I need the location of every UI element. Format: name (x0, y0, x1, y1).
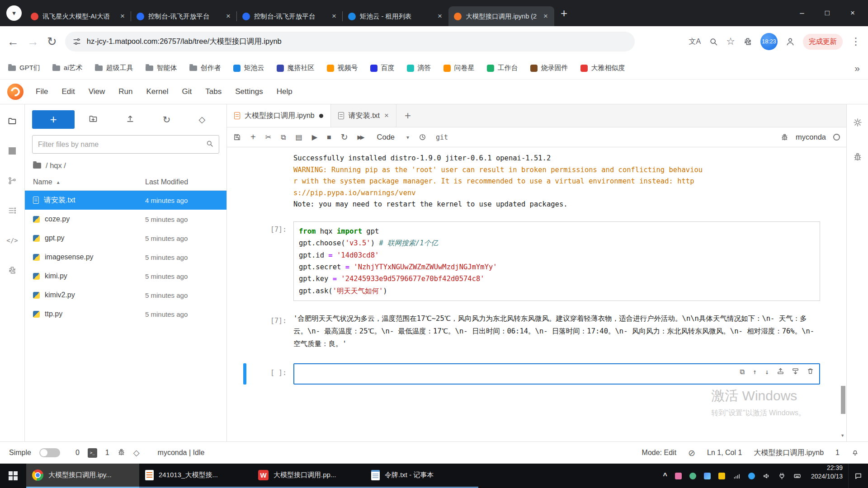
bell-icon[interactable] (851, 448, 859, 458)
active-cell-collapser[interactable] (243, 363, 246, 385)
zoom-icon[interactable] (709, 37, 718, 46)
extension-manager-icon[interactable] (6, 264, 18, 276)
cursor-position[interactable]: Ln 1, Col 1 (707, 449, 742, 457)
file-row[interactable]: kimi.py5 minutes ago (25, 267, 226, 286)
running-kernels-icon[interactable] (6, 145, 18, 157)
restart-kernel-icon[interactable]: ↻ (341, 132, 348, 142)
tray-icon-1[interactable] (675, 473, 682, 479)
cut-cell-icon[interactable]: ✂ (265, 133, 271, 141)
taskbar-item[interactable]: 大模型接口调用.ipy... (26, 464, 139, 488)
bookmark-item[interactable]: 创作者 (189, 64, 221, 72)
tab-close-icon[interactable]: × (119, 12, 126, 21)
menu-file[interactable]: File (29, 83, 55, 100)
menu-edit[interactable]: Edit (55, 83, 81, 100)
upload-icon[interactable] (126, 114, 135, 125)
menu-help[interactable]: Help (270, 83, 299, 100)
bookmark-item[interactable]: 大雅相似度 (580, 64, 625, 72)
move-up-icon[interactable]: ↑ (753, 368, 757, 376)
action-center-icon[interactable] (848, 464, 868, 488)
bookmark-item[interactable]: 烧录固件 (530, 64, 568, 72)
git-toolbar-button[interactable]: git (436, 133, 448, 141)
filter-files-input[interactable] (38, 141, 202, 149)
bookmark-star-icon[interactable]: ☆ (726, 36, 735, 47)
new-folder-icon[interactable] (89, 114, 98, 125)
git-clone-icon[interactable]: ◇ (198, 114, 205, 125)
bookmark-item[interactable]: 工作台 (487, 64, 518, 72)
bookmark-item[interactable]: 魔搭社区 (277, 64, 315, 72)
taskbar-item[interactable]: 241013_大模型接... (139, 464, 252, 488)
file-row[interactable]: coze.py5 minutes ago (25, 210, 226, 229)
browser-tab[interactable]: 大模型接口调用.ipynb (2× (448, 6, 554, 26)
kernel-status-text[interactable]: myconda | Idle (158, 449, 205, 457)
terminal-count[interactable]: 0 (75, 449, 80, 457)
new-document-tab-button[interactable]: + (396, 104, 419, 127)
site-settings-icon[interactable] (72, 37, 81, 46)
bookmark-item[interactable]: 智能体 (146, 64, 177, 72)
extensions-icon[interactable] (743, 37, 752, 46)
git-status-icon[interactable]: ◇ (133, 448, 140, 458)
scrollbar-thumb[interactable] (841, 386, 845, 414)
profile-icon[interactable] (786, 37, 795, 46)
taskbar-item[interactable]: W大模型接口调用.pp... (252, 464, 365, 488)
simple-mode-toggle[interactable] (39, 448, 60, 457)
file-row[interactable]: imagesense.py5 minutes ago (25, 248, 226, 267)
tab-close-icon[interactable]: × (437, 12, 443, 21)
tab-search-button[interactable]: ▾ (6, 5, 22, 21)
taskbar-item[interactable]: 令牌.txt - 记事本 (365, 464, 478, 488)
menu-run[interactable]: Run (112, 83, 139, 100)
document-tab[interactable]: 请安装.txt× (331, 104, 396, 127)
tray-icon-4[interactable] (718, 473, 725, 479)
restart-run-all-icon[interactable]: ▶▶ (358, 134, 363, 141)
refresh-icon[interactable]: ↻ (163, 114, 171, 125)
code-editor[interactable]: from hqx import gptgpt.choose('v3.5') # … (293, 221, 820, 301)
column-header-name[interactable]: Name ▲ (33, 178, 145, 186)
bookmark-item[interactable]: 百度 (370, 64, 395, 72)
interrupt-kernel-icon[interactable]: ■ (327, 133, 331, 141)
minimize-button[interactable]: – (789, 0, 815, 26)
kernel-count[interactable]: 1 (105, 449, 109, 457)
code-cell[interactable]: [7]: from hqx import gptgpt.choose('v3.5… (227, 221, 846, 301)
cell-collapser[interactable] (243, 221, 246, 301)
empty-cell[interactable]: [ ]: ⧉ ↑ ↓ (227, 363, 846, 385)
delete-cell-icon[interactable] (807, 368, 814, 376)
browser-tab[interactable]: 矩池云 - 租用列表× (343, 6, 448, 26)
file-row[interactable]: 请安装.txt4 minutes ago (25, 191, 226, 210)
menu-settings[interactable]: Settings (228, 83, 269, 100)
insert-cell-icon[interactable]: + (250, 132, 256, 142)
debugger-sidebar-icon[interactable] (853, 152, 862, 163)
network-icon[interactable] (733, 472, 741, 480)
power-icon[interactable] (778, 472, 786, 480)
history-icon[interactable] (419, 133, 426, 141)
tab-close-icon[interactable]: × (542, 12, 549, 21)
tab-close-icon[interactable]: × (384, 111, 389, 120)
forward-button[interactable]: → (27, 36, 39, 47)
move-down-icon[interactable]: ↓ (765, 368, 769, 376)
avatar[interactable]: 18:23 (760, 33, 778, 50)
empty-cell-editor[interactable]: ⧉ ↑ ↓ (293, 363, 820, 385)
bookmark-item[interactable]: ai艺术 (52, 64, 83, 72)
breadcrumb[interactable]: / hqx / (25, 157, 226, 174)
reload-button[interactable]: ↻ (47, 36, 57, 47)
file-browser-icon[interactable] (6, 115, 18, 127)
run-cell-icon[interactable]: ▶ (312, 133, 317, 141)
column-header-modified[interactable]: Last Modified (145, 178, 218, 186)
taskbar-clock[interactable]: 22:39 2024/10/13 (806, 464, 848, 488)
document-tab[interactable]: 大模型接口调用.ipynb (227, 104, 331, 127)
scroll-down-icon[interactable]: ▾ (841, 432, 844, 439)
kernel-status-icon[interactable] (833, 134, 840, 141)
cell-type-select[interactable]: Code ▾ (377, 133, 409, 141)
output-collapser[interactable] (243, 313, 246, 351)
menu-git[interactable]: Git (175, 83, 199, 100)
more-bookmarks-icon[interactable]: » (854, 63, 860, 74)
new-launcher-button[interactable]: + (32, 110, 75, 129)
notification-count[interactable]: 1 (835, 449, 840, 457)
start-button[interactable] (0, 464, 26, 488)
save-icon[interactable] (233, 133, 241, 141)
paste-cell-icon[interactable]: ▤ (296, 133, 302, 141)
browser-menu-icon[interactable]: ⋮ (851, 36, 861, 47)
tray-icon-5[interactable] (748, 473, 755, 479)
new-tab-button[interactable]: + (561, 6, 567, 20)
code-snippets-icon[interactable]: </> (6, 235, 18, 246)
insert-above-icon[interactable] (777, 368, 784, 376)
duplicate-cell-icon[interactable]: ⧉ (740, 368, 745, 376)
